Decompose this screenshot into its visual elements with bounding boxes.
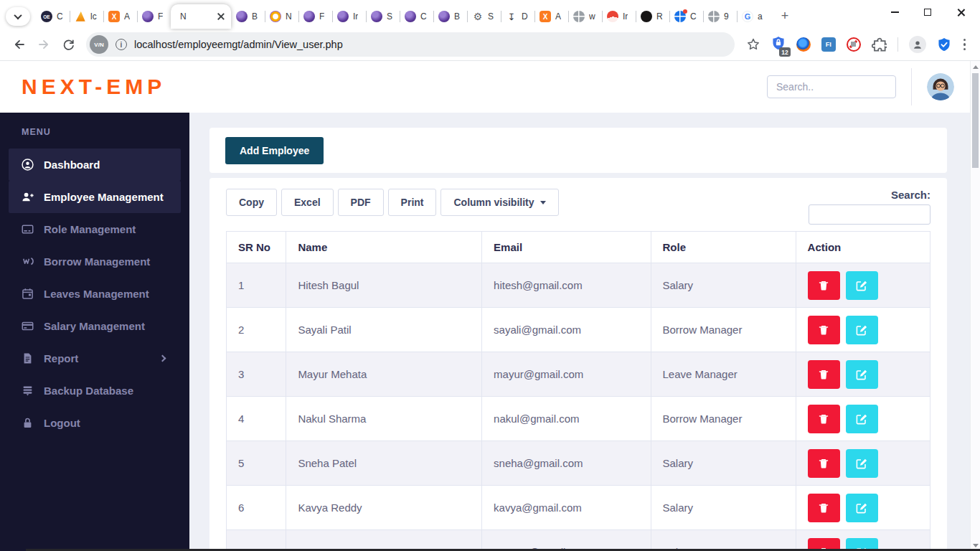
delete-button[interactable]	[808, 449, 840, 478]
table-row: 2 Sayali Patil sayali@gmail.com Borrow M…	[227, 308, 930, 352]
delete-button[interactable]	[808, 494, 840, 522]
browser-tab[interactable]: C	[36, 4, 70, 29]
browser-tab[interactable]: A	[103, 4, 137, 29]
ring-favicon-icon	[270, 11, 281, 22]
sidebar-item-salary-management[interactable]: Salary Management	[9, 310, 181, 342]
delete-button[interactable]	[808, 360, 840, 389]
edit-button[interactable]	[846, 405, 878, 433]
adblock-extension-icon[interactable]: 12	[771, 36, 786, 53]
excel-button[interactable]: Excel	[281, 189, 334, 216]
sidebar-item-dashboard[interactable]: Dashboard	[9, 149, 181, 181]
sidebar-item-backup-database[interactable]: Backup Database	[9, 375, 181, 407]
browser-tab[interactable]: F	[298, 4, 332, 29]
browser-menu-icon[interactable]	[962, 37, 967, 52]
sidebar: MENU Dashboard Employee Management Role …	[0, 113, 189, 551]
flash-blocker-extension-icon[interactable]	[847, 37, 861, 52]
add-employee-button[interactable]: Add Employee	[225, 137, 324, 164]
edit-button[interactable]	[846, 360, 878, 389]
browser-tab[interactable]: R	[636, 4, 669, 29]
header-search-input[interactable]	[767, 75, 896, 98]
user-avatar[interactable]	[927, 73, 954, 100]
browser-tab[interactable]: S	[366, 4, 400, 29]
fi-extension-icon[interactable]: FI	[821, 37, 836, 52]
delete-button[interactable]	[808, 316, 840, 344]
browser-tab[interactable]: N	[265, 4, 298, 29]
cell-action	[796, 352, 930, 397]
sidebar-item-leaves-management[interactable]: Leaves Management	[9, 278, 181, 310]
chevron-right-icon	[159, 355, 166, 362]
tab-title: N	[180, 11, 187, 22]
browser-tab[interactable]: B	[433, 4, 467, 29]
minimize-button[interactable]	[878, 0, 911, 24]
sidebar-item-logout[interactable]: Logout	[9, 407, 181, 439]
scroll-up-button[interactable]	[971, 62, 980, 72]
browser-tab[interactable]: C	[400, 4, 433, 29]
gradient-extension-icon[interactable]	[796, 37, 811, 52]
browser-tab[interactable]: D	[501, 4, 534, 29]
back-button[interactable]	[7, 32, 32, 57]
tab-title: A	[555, 11, 561, 22]
column-header-role[interactable]: Role	[651, 232, 796, 263]
edit-button[interactable]	[846, 449, 878, 478]
browser-tab[interactable]: lc	[70, 4, 103, 29]
browser-tab[interactable]: Ir	[332, 4, 366, 29]
browser-tab[interactable]: N	[171, 4, 231, 29]
address-bar: V/N i localhost/employeemgt/admin/View_u…	[0, 29, 980, 61]
sidebar-item-report[interactable]: Report	[9, 342, 181, 375]
reload-button[interactable]	[56, 32, 80, 57]
table-row: 6 Kavya Reddy kavya@gmail.com Salary	[227, 486, 930, 530]
new-tab-button[interactable]: +	[775, 6, 795, 26]
browser-tab[interactable]: S	[467, 4, 501, 29]
maximize-button[interactable]	[911, 0, 944, 24]
close-button[interactable]	[944, 0, 977, 24]
print-button[interactable]: Print	[388, 189, 437, 216]
vpn-badge[interactable]: V/N	[90, 35, 108, 54]
column-header-email[interactable]: Email	[482, 232, 651, 263]
tab-search-button[interactable]	[6, 7, 30, 26]
edit-button[interactable]	[846, 316, 878, 344]
trash-icon	[818, 458, 829, 469]
site-info-icon[interactable]: i	[116, 39, 127, 50]
column-header-action[interactable]: Action	[796, 232, 930, 263]
sidebar-item-borrow-management[interactable]: Borrow Management	[9, 245, 181, 278]
cell-name: Mayur Mehata	[286, 352, 482, 397]
browser-tab[interactable]: 9	[703, 4, 737, 29]
sidebar-item-role-management[interactable]: Role Management	[9, 213, 181, 245]
browser-tab[interactable]: Ir	[602, 4, 636, 29]
defender-shield-icon[interactable]	[937, 37, 951, 52]
bookmark-star-icon[interactable]	[746, 37, 760, 52]
sidebar-item-employee-management[interactable]: Employee Management	[9, 181, 181, 213]
cell-email: sneha@gmail.com	[482, 441, 651, 486]
forward-button[interactable]	[32, 32, 56, 57]
cell-email: ananya@gmail.com	[482, 530, 651, 551]
column-header-srno[interactable]: SR No	[227, 232, 286, 263]
extensions-puzzle-icon[interactable]	[872, 37, 887, 52]
pdf-button[interactable]: PDF	[338, 189, 384, 216]
cell-srno: 6	[227, 486, 286, 530]
browser-tab[interactable]: C	[669, 4, 703, 29]
cell-name: Hitesh Bagul	[286, 263, 482, 308]
browser-profile-icon[interactable]	[909, 36, 926, 53]
column-header-name[interactable]: Name	[286, 232, 482, 263]
tab-title: lc	[90, 11, 97, 22]
delete-button[interactable]	[808, 405, 840, 433]
url-bar[interactable]: V/N i localhost/employeemgt/admin/View_u…	[86, 32, 735, 57]
browser-tab[interactable]: F	[137, 4, 171, 29]
employee-table-card: Copy Excel PDF Print Column visibility S…	[209, 178, 947, 551]
delete-button[interactable]	[808, 271, 840, 300]
browser-tab[interactable]: A	[534, 4, 568, 29]
edit-button[interactable]	[846, 271, 878, 300]
tab-close-icon[interactable]	[216, 11, 226, 22]
edit-button[interactable]	[846, 494, 878, 522]
scrollbar-thumb[interactable]	[972, 73, 979, 168]
page-scrollbar[interactable]	[970, 61, 980, 551]
browser-tab[interactable]: a	[737, 4, 771, 29]
tab-title: C	[690, 11, 697, 22]
copy-button[interactable]: Copy	[226, 189, 277, 216]
browser-tab[interactable]: w	[568, 4, 602, 29]
column-visibility-button[interactable]: Column visibility	[440, 189, 558, 216]
globe-blue-favicon-icon	[674, 11, 686, 22]
google-favicon-icon	[742, 11, 753, 22]
browser-tab[interactable]: B	[231, 4, 265, 29]
table-search-input[interactable]	[809, 204, 930, 225]
